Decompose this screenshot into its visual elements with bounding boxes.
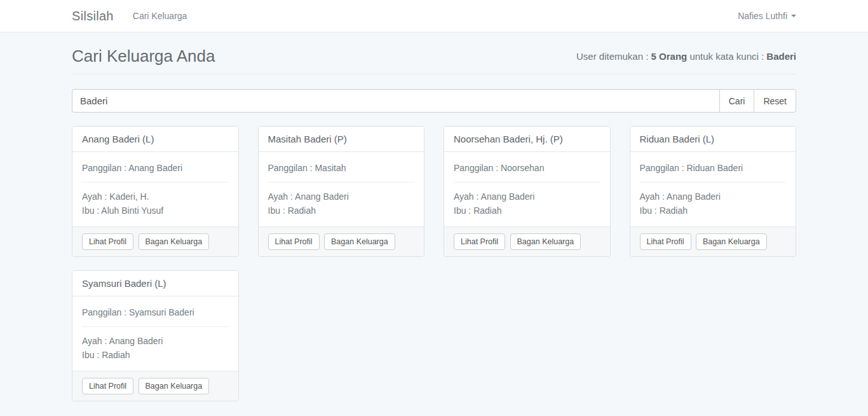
person-card: Anang Baderi (L) Panggilan : Anang Bader…: [72, 126, 239, 257]
lihat-profil-button[interactable]: Lihat Profil: [454, 233, 505, 250]
person-card-title: Noorsehan Baderi, Hj. (P): [444, 127, 610, 152]
user-dropdown-label: Nafies Luthfi: [738, 11, 787, 21]
results-grid: Anang Baderi (L) Panggilan : Anang Bader…: [72, 126, 796, 401]
divider: [82, 182, 229, 183]
person-panggilan: Panggilan : Syamsuri Baderi: [82, 305, 229, 319]
bagan-keluarga-button[interactable]: Bagan Keluarga: [139, 378, 210, 394]
caret-down-icon: [791, 15, 796, 17]
result-middle: untuk kata kunci :: [687, 51, 766, 62]
person-card-title: Masitah Baderi (P): [259, 127, 424, 152]
bagan-keluarga-button[interactable]: Bagan Keluarga: [510, 233, 581, 250]
page-header: Cari Keluarga Anda User ditemukan : 5 Or…: [72, 46, 796, 74]
person-card-title: Anang Baderi (L): [72, 127, 238, 152]
cari-button[interactable]: Cari: [719, 89, 754, 113]
user-dropdown[interactable]: Nafies Luthfi: [738, 11, 796, 21]
divider: [268, 182, 415, 183]
person-ibu: Ibu : Radiah: [454, 204, 600, 218]
person-ayah: Ayah : Anang Baderi: [82, 334, 229, 348]
bagan-keluarga-button[interactable]: Bagan Keluarga: [696, 233, 767, 250]
reset-button[interactable]: Reset: [754, 89, 796, 113]
lihat-profil-button[interactable]: Lihat Profil: [82, 378, 133, 394]
lihat-profil-button[interactable]: Lihat Profil: [640, 233, 691, 250]
person-panggilan: Panggilan : Noorsehan: [454, 161, 600, 175]
bagan-keluarga-button[interactable]: Bagan Keluarga: [139, 233, 210, 250]
person-card-title: Syamsuri Baderi (L): [72, 271, 238, 296]
person-card: Syamsuri Baderi (L) Panggilan : Syamsuri…: [72, 270, 239, 401]
person-panggilan: Panggilan : Riduan Baderi: [640, 161, 787, 175]
person-ayah: Ayah : Anang Baderi: [640, 190, 787, 204]
result-prefix: User ditemukan :: [576, 51, 651, 62]
person-ayah: Ayah : Kaderi, H.: [82, 190, 229, 204]
divider: [454, 182, 600, 183]
person-panggilan: Panggilan : Masitah: [268, 161, 415, 175]
search-result-summary: User ditemukan : 5 Orang untuk kata kunc…: [576, 51, 796, 62]
result-keyword: Baderi: [766, 51, 796, 62]
page-title: Cari Keluarga Anda: [72, 46, 215, 66]
bagan-keluarga-button[interactable]: Bagan Keluarga: [324, 233, 395, 250]
person-card: Riduan Baderi (L) Panggilan : Riduan Bad…: [630, 126, 797, 257]
person-ayah: Ayah : Anang Baderi: [454, 190, 600, 204]
divider: [82, 326, 229, 327]
person-ibu: Ibu : Radiah: [268, 204, 415, 218]
person-card-title: Riduan Baderi (L): [630, 127, 796, 152]
nav-item-cari-keluarga[interactable]: Cari Keluarga: [133, 11, 187, 21]
person-ibu: Ibu : Radiah: [640, 204, 787, 218]
person-card: Noorsehan Baderi, Hj. (P) Panggilan : No…: [444, 126, 611, 257]
search-input[interactable]: [72, 89, 719, 113]
person-panggilan: Panggilan : Anang Baderi: [82, 161, 229, 175]
result-count: 5 Orang: [651, 51, 688, 62]
person-ayah: Ayah : Anang Baderi: [268, 190, 415, 204]
person-card: Masitah Baderi (P) Panggilan : Masitah A…: [258, 126, 425, 257]
person-ibu: Ibu : Aluh Binti Yusuf: [82, 204, 229, 218]
search-form: Cari Reset: [72, 89, 796, 113]
person-ibu: Ibu : Radiah: [82, 348, 229, 362]
top-navbar: Silsilah Cari Keluarga Nafies Luthfi: [0, 0, 868, 32]
lihat-profil-button[interactable]: Lihat Profil: [268, 233, 320, 250]
divider: [640, 182, 787, 183]
brand-silsilah[interactable]: Silsilah: [72, 9, 114, 24]
lihat-profil-button[interactable]: Lihat Profil: [82, 233, 133, 250]
